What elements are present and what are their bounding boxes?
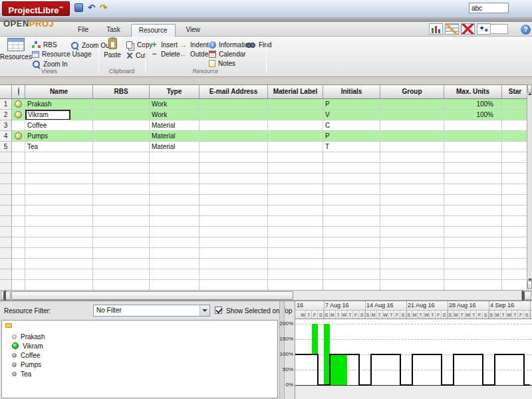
cell-start[interactable] [502,237,527,248]
corner-header-cell[interactable] [0,85,12,99]
cell-group[interactable] [380,131,444,142]
cell-email[interactable] [200,269,268,280]
cell-type[interactable] [150,269,200,280]
cell-group[interactable] [380,195,444,205]
cell-type[interactable]: Material [150,120,200,131]
cell-rbs[interactable] [93,163,150,174]
column-header-material[interactable]: Material Label [268,85,323,99]
cell-start[interactable] [502,216,527,227]
indicator-cell[interactable] [12,237,25,248]
cell-start[interactable] [502,280,527,290]
cell-max_units[interactable]: 100% [444,99,502,110]
scrollbar-thumb[interactable] [11,291,293,300]
cell-type[interactable] [150,227,200,237]
cell-start[interactable] [502,99,527,110]
indicator-cell[interactable] [12,120,25,131]
cell-type[interactable] [150,216,200,227]
cell-email[interactable] [200,99,268,110]
indent-button[interactable]: Indent [178,41,210,49]
cell-email[interactable] [200,280,268,290]
cell-max_units[interactable]: 100% [444,110,502,120]
scroll-up-button[interactable] [527,84,532,92]
indicator-cell[interactable] [12,216,25,227]
indicator-cell[interactable] [12,142,25,152]
scroll-down-button[interactable] [527,281,532,289]
vertical-scrollbar[interactable] [527,84,532,290]
cell-email[interactable] [200,131,268,142]
row-number-cell[interactable] [0,280,12,290]
cell-initials[interactable]: C [323,120,380,131]
cell-max_units[interactable] [444,163,502,174]
indicator-cell[interactable] [12,205,25,216]
cell-material[interactable] [268,205,323,216]
cell-email[interactable] [200,205,268,216]
row-number-cell[interactable] [0,237,12,248]
cell-rbs[interactable] [93,142,150,152]
cell-rbs[interactable] [93,110,150,120]
cell-start[interactable] [502,205,527,216]
report-edit-icon[interactable] [445,23,459,35]
cell-max_units[interactable] [444,269,502,280]
indicator-column-header[interactable] [12,85,25,99]
cut-button[interactable]: Cut [125,51,148,60]
indicator-cell[interactable] [12,174,25,184]
tab-view[interactable]: View [179,24,208,37]
cell-rbs[interactable] [93,269,150,280]
cell-type[interactable] [150,205,200,216]
cell-type[interactable] [150,174,200,184]
column-header-initials[interactable]: Initials [323,85,380,99]
cell-max_units[interactable] [444,237,502,248]
cell-group[interactable] [380,152,444,163]
cell-initials[interactable] [323,227,380,237]
tab-task[interactable]: Task [99,24,128,37]
indicator-cell[interactable] [12,152,25,163]
cell-initials[interactable]: P [323,131,380,142]
cell-initials[interactable] [323,280,380,290]
cell-material[interactable] [268,248,323,259]
cell-start[interactable] [502,163,527,174]
cell-rbs[interactable] [93,227,150,237]
cell-group[interactable] [380,280,444,290]
table-delete-icon[interactable] [461,23,475,35]
row-number-cell[interactable] [0,184,12,195]
row-number-cell[interactable]: 4 [0,131,12,142]
cell-start[interactable] [502,248,527,259]
cell-material[interactable] [268,227,323,237]
row-number-cell[interactable]: 5 [0,142,12,152]
cell-initials[interactable] [323,205,380,216]
rbs-button[interactable]: RBS [31,41,59,49]
indicator-cell[interactable] [12,184,25,195]
cell-initials[interactable] [323,163,380,174]
cell-material[interactable] [268,99,323,110]
cell-initials[interactable] [323,237,380,248]
cell-group[interactable] [380,259,444,269]
row-number-cell[interactable]: 2 [0,110,12,120]
cell-material[interactable] [268,216,323,227]
cell-email[interactable] [200,248,268,259]
help-button[interactable]: ? [521,25,531,35]
delete-button[interactable]: Delete [149,50,182,59]
resource-filter-dropdown[interactable]: No Filter [93,305,210,317]
timeline-weeks[interactable]: 167 Aug 1614 Aug 1621 Aug 1628 Aug 164 S… [295,301,532,311]
cell-start[interactable] [502,227,527,237]
cell-email[interactable] [200,174,268,184]
column-header-rbs[interactable]: RBS [93,85,150,99]
cell-type[interactable] [150,163,200,174]
cell-initials[interactable] [323,248,380,259]
cell-material[interactable] [268,259,323,269]
cell-start[interactable] [502,195,527,205]
undo-icon[interactable] [88,3,95,13]
cell-group[interactable] [380,269,444,280]
cell-name[interactable] [25,237,93,248]
cell-group[interactable] [380,163,444,174]
cell-type[interactable] [150,259,200,269]
paste-button[interactable]: Paste [101,38,124,59]
column-header-max_units[interactable]: Max. Units [444,85,502,99]
histogram-view-icon[interactable] [429,23,443,35]
resources-button[interactable]: Resources [3,38,29,61]
indicator-cell[interactable] [12,269,25,280]
cell-name[interactable]: Vikram [25,110,93,120]
cell-name[interactable] [25,163,93,174]
indicator-cell[interactable] [12,99,25,110]
cell-material[interactable] [268,237,323,248]
